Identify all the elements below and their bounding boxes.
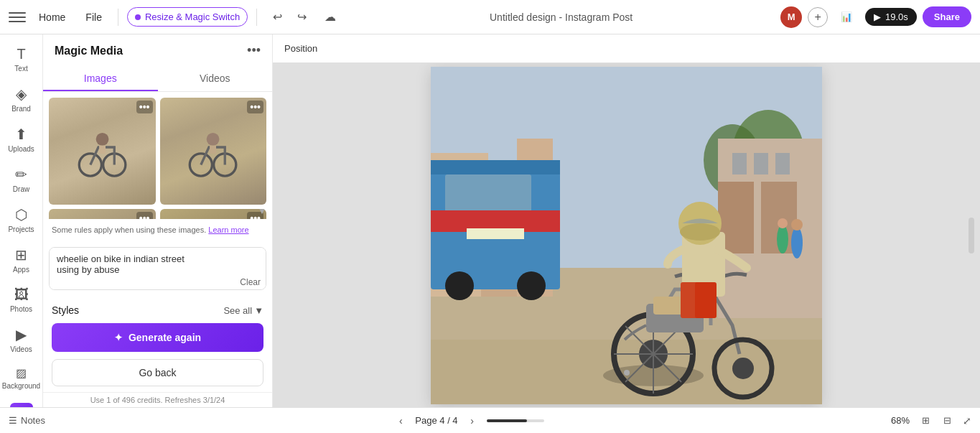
svg-rect-32: [467, 228, 524, 239]
sidebar-label-projects: Projects: [8, 225, 34, 233]
play-time: 19.0s: [885, 11, 908, 22]
view-buttons: ⊞ ⊟: [915, 411, 957, 431]
chevron-down-icon: ▼: [254, 305, 263, 316]
nav-file[interactable]: File: [78, 7, 109, 27]
svg-point-4: [190, 154, 212, 176]
resize-magic-button[interactable]: Resize & Magic Switch: [127, 7, 248, 27]
go-back-button[interactable]: Go back: [52, 359, 263, 386]
sidebar-item-apps[interactable]: ⊞ Apps: [3, 241, 40, 279]
image-cell-1[interactable]: •••: [49, 98, 156, 205]
generate-button[interactable]: ✦ Generate again: [52, 323, 263, 352]
zoom-level: 68%: [891, 415, 910, 426]
page-navigation: ‹: [392, 412, 409, 429]
cell-menu-1[interactable]: •••: [136, 101, 153, 113]
hamburger-icon[interactable]: [9, 9, 26, 26]
cell-menu-2[interactable]: •••: [247, 101, 263, 113]
sidebar-item-videos[interactable]: ▶ Videos: [3, 320, 40, 359]
svg-point-40: [778, 218, 788, 228]
tabs: Images Videos: [43, 67, 272, 92]
prompt-textarea[interactable]: wheelie on bike in indian street using b…: [49, 247, 266, 290]
sidebar-item-magic-media[interactable]: Magic Media: [3, 397, 40, 407]
topbar-center: Untitled design - Instagram Post: [347, 11, 775, 23]
videos-icon: ▶: [16, 326, 27, 343]
resize-magic-label: Resize & Magic Switch: [145, 11, 240, 22]
stats-button[interactable]: 📊: [834, 8, 859, 26]
sidebar-item-projects[interactable]: ⬡ Projects: [3, 200, 40, 239]
sidebar-label-photos: Photos: [10, 305, 32, 313]
canvas-area: Position: [273, 34, 980, 407]
main-area: T Text ◈ Brand ⬆ Uploads ✏ Draw ⬡ Projec…: [0, 34, 980, 407]
cell-menu-3[interactable]: •••: [136, 212, 153, 219]
stats-icon: 📊: [841, 11, 852, 22]
topbar: Home File Resize & Magic Switch ↩ ↪ ☁ Un…: [0, 0, 980, 34]
share-button[interactable]: Share: [923, 6, 971, 27]
image-grid-container: ▲ •••: [43, 92, 272, 219]
scroll-down-icon: ▼: [258, 206, 266, 216]
notes-label: Notes: [21, 415, 45, 426]
uploads-icon: ⬆: [15, 126, 27, 143]
styles-label: Styles: [52, 304, 79, 316]
sidebar-item-draw[interactable]: ✏ Draw: [3, 160, 40, 199]
svg-rect-7: [210, 145, 216, 153]
panel: Magic Media ••• Images Videos ▲: [43, 34, 273, 407]
avatar[interactable]: M: [780, 6, 802, 28]
fullscreen-button[interactable]: ⤢: [963, 415, 971, 427]
clear-button[interactable]: Clear: [240, 277, 261, 287]
grid-view-button[interactable]: ⊞: [915, 411, 935, 431]
cloud-save-button[interactable]: ☁: [319, 6, 342, 29]
sidebar-label-apps: Apps: [13, 266, 29, 274]
sidebar-label-draw: Draw: [13, 185, 29, 193]
canvas-viewport[interactable]: [273, 63, 980, 407]
bike-svg-1: [70, 119, 134, 183]
progress-fill: [487, 419, 527, 422]
see-all-button[interactable]: See all ▼: [223, 305, 263, 316]
panel-menu-button[interactable]: •••: [247, 43, 261, 58]
credits-text: Use 1 of 496 credits. Refreshes 3/1/24: [43, 392, 272, 407]
image-cell-2[interactable]: •••: [160, 98, 267, 205]
notes-button[interactable]: ☰ Notes: [9, 415, 45, 426]
sidebar-item-background[interactable]: ▨ Background: [3, 360, 40, 396]
undo-button[interactable]: ↩: [266, 6, 289, 29]
page-info: Page 4 / 4: [415, 415, 457, 426]
sparkle-icon: ✦: [114, 332, 123, 343]
learn-more-link[interactable]: Learn more: [208, 225, 248, 234]
add-collaborator-button[interactable]: +: [808, 7, 828, 27]
image-cell-3[interactable]: •••: [49, 209, 156, 219]
sidebar-item-text[interactable]: T Text: [3, 40, 40, 78]
page-dot: [624, 370, 630, 376]
redo-button[interactable]: ↪: [290, 6, 313, 29]
design-title: Untitled design - Instagram Post: [490, 11, 633, 23]
photos-icon: 🖼: [14, 287, 29, 303]
svg-point-59: [680, 223, 720, 241]
prev-page-button[interactable]: ‹: [392, 412, 409, 429]
svg-point-42: [791, 219, 803, 231]
sidebar-label-videos: Videos: [10, 345, 32, 353]
image-cell-4[interactable]: •••: [160, 209, 267, 219]
brand-icon: ◈: [16, 85, 27, 103]
canvas-toolbar: Position: [273, 34, 980, 63]
play-button[interactable]: ▶ 19.0s: [865, 8, 917, 26]
apps-icon: ⊞: [15, 246, 27, 264]
svg-point-6: [207, 133, 220, 146]
svg-rect-57: [695, 282, 717, 318]
image-grid: ••• •••: [49, 98, 266, 219]
panel-title: Magic Media: [55, 45, 123, 57]
tab-images[interactable]: Images: [43, 67, 158, 91]
left-sidebar: T Text ◈ Brand ⬆ Uploads ✏ Draw ⬡ Projec…: [0, 34, 43, 407]
sidebar-item-photos[interactable]: 🖼 Photos: [3, 281, 40, 319]
play-icon: ▶: [874, 11, 881, 22]
sidebar-item-brand[interactable]: ◈ Brand: [3, 80, 40, 118]
resize-dot: [135, 14, 141, 20]
notes-icon: ☰: [9, 415, 17, 426]
sidebar-label-brand: Brand: [11, 105, 31, 113]
tab-videos[interactable]: Videos: [158, 67, 273, 91]
nav-home[interactable]: Home: [32, 7, 73, 27]
canvas-scene: [431, 67, 822, 404]
next-page-button[interactable]: ›: [464, 412, 481, 429]
text-icon: T: [17, 46, 25, 62]
sidebar-item-uploads[interactable]: ⬆ Uploads: [3, 120, 40, 159]
topbar-left: Home File Resize & Magic Switch ↩ ↪ ☁: [9, 6, 342, 29]
page-dots: [624, 370, 630, 376]
bottom-left: ☰ Notes: [9, 415, 45, 426]
single-view-button[interactable]: ⊟: [937, 411, 957, 431]
